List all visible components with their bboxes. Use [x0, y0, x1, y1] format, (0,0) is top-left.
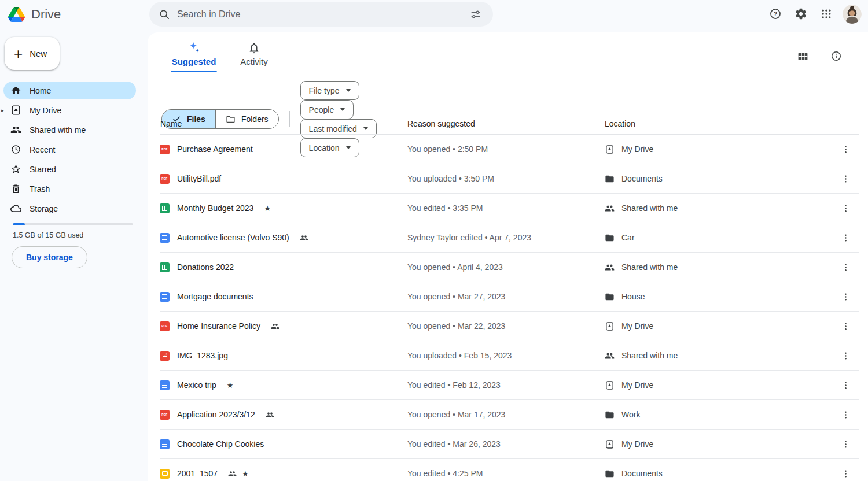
folder-icon [605, 292, 615, 302]
file-name: Chocolate Chip Cookies [177, 439, 264, 449]
table-row[interactable]: 2001_1507 ★ You edited • 4:25 PM Documen… [160, 459, 859, 481]
folder-icon [605, 410, 615, 420]
name-cell: Chocolate Chip Cookies [160, 439, 407, 449]
table-row[interactable]: IMG_1283.jpg You uploaded • Feb 15, 2023… [160, 341, 859, 371]
more-actions-icon[interactable] [838, 378, 853, 393]
table-row[interactable]: Mexico trip ★ You edited • Feb 12, 2023 … [160, 371, 859, 400]
reason-suggested: You opened • Mar 22, 2023 [407, 321, 605, 331]
chevron-down-icon [340, 108, 345, 111]
column-header-location: Location [605, 119, 635, 128]
help-icon[interactable]: ? [763, 1, 788, 27]
sidebar-item-shared-with-me[interactable]: Shared with me [3, 121, 136, 139]
account-avatar[interactable] [839, 1, 865, 27]
info-icon[interactable] [827, 47, 845, 65]
location-cell: Shared with me [605, 351, 838, 361]
more-actions-icon[interactable] [838, 436, 853, 452]
name-cell: Automotive license (Volvo S90) [160, 233, 407, 243]
sidebar-item-recent[interactable]: Recent [3, 140, 136, 158]
sidebar-item-label: Storage [30, 204, 58, 213]
my-drive-icon [605, 380, 615, 390]
top-bar-actions: ? [763, 1, 865, 27]
more-actions-icon[interactable] [838, 260, 853, 275]
more-actions-icon[interactable] [838, 171, 853, 186]
table-row[interactable]: PDF Home Insurance Policy You opened • M… [160, 312, 859, 341]
new-button-label: New [30, 49, 47, 58]
sidebar-item-trash[interactable]: Trash [3, 180, 136, 198]
table-row[interactable]: PDF Purchase Agreement You opened • 2:50… [160, 135, 859, 164]
buy-storage-button[interactable]: Buy storage [12, 246, 87, 268]
apps-grid-icon[interactable] [814, 1, 839, 27]
grid-view-icon[interactable] [794, 47, 811, 65]
reason-suggested: You edited • Feb 12, 2023 [407, 380, 605, 390]
home-icon [10, 85, 21, 96]
more-actions-icon[interactable] [838, 230, 853, 245]
more-actions-icon[interactable] [838, 466, 853, 481]
location-cell: Documents [605, 469, 838, 479]
bell-icon [248, 40, 260, 54]
table-row[interactable]: Mortgage documents You opened • Mar 27, … [160, 282, 859, 312]
location-cell: Shared with me [605, 262, 838, 272]
docs-file-icon [160, 439, 170, 449]
active-tab-underline [171, 71, 217, 72]
shared-people-icon [228, 469, 237, 478]
more-actions-icon[interactable] [838, 201, 853, 216]
more-actions-icon[interactable] [838, 407, 853, 422]
location-name: My Drive [621, 439, 653, 449]
search-input[interactable] [177, 9, 459, 20]
top-bar: Drive ? [0, 0, 868, 32]
folder-icon [605, 233, 615, 243]
sidebar-item-label: My Drive [30, 106, 61, 115]
name-cell: 2001_1507 ★ [160, 469, 407, 479]
more-actions-icon[interactable] [838, 348, 853, 363]
table-row[interactable]: Donations 2022 You opened • April 4, 202… [160, 253, 859, 282]
table-row[interactable]: PDF UtilityBill.pdf You uploaded • 3:50 … [160, 164, 859, 194]
location-name: Documents [621, 469, 663, 478]
tab-activity-label: Activity [240, 57, 268, 66]
tab-suggested[interactable]: Suggested [169, 37, 219, 72]
my-drive-icon [605, 439, 615, 449]
chevron-down-icon [346, 89, 351, 92]
app-title: Drive [31, 7, 61, 22]
reason-suggested: You edited • 3:35 PM [407, 204, 605, 213]
location-name: Shared with me [621, 351, 678, 360]
more-actions-icon[interactable] [838, 319, 853, 334]
sidebar-item-home[interactable]: Home [3, 82, 136, 99]
file-list: PDF Purchase Agreement You opened • 2:50… [148, 135, 868, 481]
settings-gear-icon[interactable] [788, 1, 814, 27]
drive-brand: Drive [8, 2, 61, 27]
chip-label: File type [309, 86, 340, 95]
table-row[interactable]: Chocolate Chip Cookies You edited • Mar … [160, 430, 859, 459]
table-row[interactable]: Monthly Budget 2023 ★ You edited • 3:35 … [160, 194, 859, 223]
expand-arrow-icon[interactable]: ▸ [1, 108, 4, 113]
filter-chip-file-type[interactable]: File type [300, 81, 359, 100]
table-row[interactable]: PDF Application 2023/3/12 You opened • M… [160, 400, 859, 430]
file-name: UtilityBill.pdf [177, 174, 221, 183]
clock-icon [10, 144, 21, 155]
more-actions-icon[interactable] [838, 289, 853, 304]
sparkle-icon [187, 40, 201, 54]
sidebar-item-label: Trash [30, 184, 50, 194]
search-options-tune-icon[interactable] [466, 5, 485, 24]
location-cell: My Drive [605, 145, 838, 154]
shared-icon [605, 262, 615, 272]
location-name: Shared with me [621, 262, 678, 272]
name-cell: PDF UtilityBill.pdf [160, 174, 407, 184]
file-name: IMG_1283.jpg [177, 351, 228, 360]
location-name: Work [621, 410, 640, 419]
search-bar[interactable] [149, 2, 493, 27]
sidebar-item-storage[interactable]: Storage [3, 199, 136, 217]
sidebar-item-starred[interactable]: Starred [3, 160, 136, 178]
file-name: Home Insurance Policy [177, 321, 260, 331]
star-icon [10, 164, 21, 175]
location-name: My Drive [621, 380, 653, 390]
table-row[interactable]: Automotive license (Volvo S90) Sydney Ta… [160, 223, 859, 253]
more-actions-icon[interactable] [838, 142, 853, 157]
name-cell: Mexico trip ★ [160, 380, 407, 390]
image-file-icon [160, 351, 170, 361]
tab-activity[interactable]: Activity [229, 37, 279, 72]
new-button[interactable]: + New [5, 37, 60, 70]
trash-icon [10, 183, 21, 194]
name-cell: Monthly Budget 2023 ★ [160, 204, 407, 213]
sidebar-item-my-drive[interactable]: ▸My Drive [3, 101, 136, 119]
starred-icon: ★ [264, 205, 271, 212]
